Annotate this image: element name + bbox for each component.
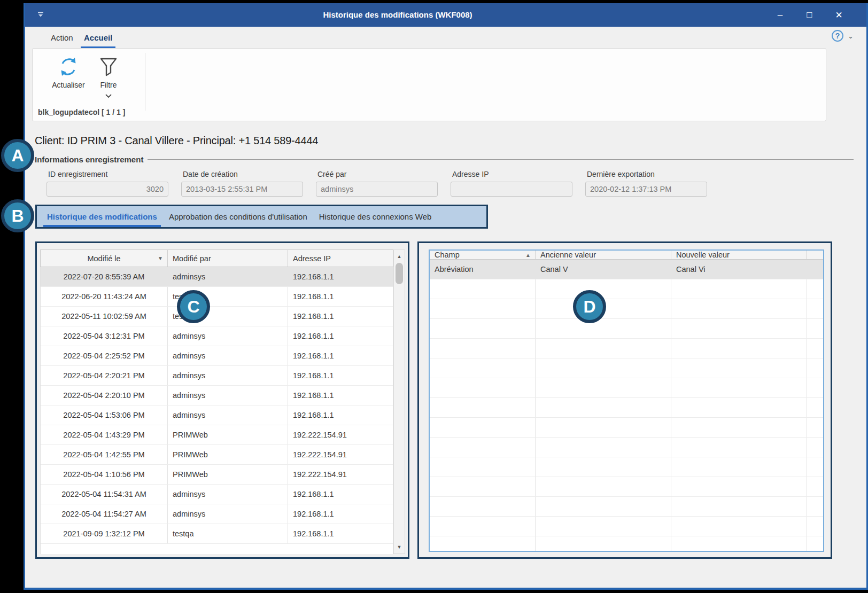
table-row[interactable]: 2022-05-04 1:43:29 PMPRIMWeb192.222.154.… [41,425,393,445]
filter-button-label: Filtre [100,81,117,89]
table-row[interactable]: 2022-05-04 2:20:10 PMadminsys192.168.1.1 [41,386,393,405]
history-table-body: 2022-07-20 8:55:39 AMadminsys192.168.1.1… [40,267,393,554]
table-row[interactable] [430,497,823,517]
table-cell [671,517,807,536]
table-row[interactable]: 2022-05-04 1:53:06 PMadminsys192.168.1.1 [41,405,393,425]
scrollbar-thumb[interactable] [396,263,403,284]
tab-accueil[interactable]: Accueil [84,27,112,48]
table-row[interactable] [430,457,823,477]
table-cell: Canal Vi [671,260,807,279]
table-row[interactable]: 2022-05-04 11:54:31 AMadminsys192.168.1.… [41,485,393,504]
minimize-button[interactable]: – [765,3,795,27]
table-cell [671,378,807,397]
refresh-button[interactable]: Actualiser [48,53,89,89]
table-cell [430,536,536,552]
annotation-badge-a: A [1,139,34,172]
vertical-scrollbar[interactable]: ▲ ▼ [393,249,405,554]
table-row[interactable] [430,279,823,299]
change-detail-table: Champ ▲ Ancienne valeur Nouvelle valeur … [429,249,824,552]
table-row[interactable]: 2022-05-04 2:25:52 PMadminsys192.168.1.1 [41,346,393,366]
chevron-down-icon[interactable]: ⌄ [848,32,854,40]
column-header-label: Ancienne valeur [540,251,596,259]
window-title: Historique des modifications (WKF008) [25,3,770,27]
table-row[interactable]: 2022-05-04 3:12:31 PMadminsys192.168.1.1 [41,326,393,346]
table-row[interactable]: 2022-05-11 10:02:59 AMtestqa192.168.1.1 [41,307,393,326]
scroll-down-icon[interactable]: ▼ [394,542,405,552]
table-cell: 192.168.1.1 [288,307,393,326]
id-enregistrement-input[interactable]: 3020 [46,182,168,197]
tab-action[interactable]: Action [51,27,73,48]
history-table-header: Modifié le ▼ Modifié par Adresse IP [40,249,393,267]
tab-historique-modifications[interactable]: Historique des modifications [41,206,163,227]
filter-dropdown-icon[interactable] [105,90,112,100]
table-cell [807,378,823,397]
column-header-nouvelle-valeur[interactable]: Nouvelle valeur [671,251,807,259]
table-row[interactable] [430,319,823,339]
table-row[interactable] [430,358,823,378]
modification-history-panel: Modifié le ▼ Modifié par Adresse IP 2022… [35,241,409,559]
table-row[interactable] [430,517,823,536]
filter-button[interactable]: Filtre [92,53,125,100]
help-zone: ? ⌄ [832,30,854,42]
table-cell: testqa [168,524,288,543]
cree-par-input[interactable]: adminsys [316,182,438,197]
table-row[interactable]: 2021-09-09 1:32:12 PMtestqa192.168.1.1 [41,524,393,544]
help-icon[interactable]: ? [832,30,843,42]
table-row[interactable] [430,477,823,497]
adresse-ip-input[interactable] [451,182,572,197]
table-row[interactable] [430,398,823,418]
table-row[interactable]: 2022-05-04 1:10:56 PMPRIMWeb192.222.154.… [41,465,393,485]
table-row[interactable] [430,418,823,438]
table-row[interactable]: AbréviationCanal VCanal Vi [430,260,823,279]
table-row[interactable]: 2022-05-04 2:20:21 PMadminsys192.168.1.1 [41,366,393,386]
column-header-modifie-le[interactable]: Modifié le ▼ [41,250,168,267]
table-cell [807,398,823,417]
history-table-columns: Modifié le ▼ Modifié par Adresse IP 2022… [40,249,393,554]
table-cell [807,536,823,552]
column-header-champ[interactable]: Champ ▲ [430,251,536,259]
record-info-title: Informations enregistrement [35,155,143,164]
table-cell: 192.168.1.1 [288,287,393,306]
table-cell [671,319,807,338]
table-cell [807,477,823,496]
column-header-label: Champ [435,251,460,259]
table-cell: 192.168.1.1 [288,524,393,543]
column-header-ancienne-valeur[interactable]: Ancienne valeur [536,251,671,259]
change-detail-table-body: AbréviationCanal VCanal Vi [430,260,823,552]
annotation-badge-b: B [1,199,34,232]
table-cell [430,339,536,358]
maximize-button[interactable]: □ [795,3,824,27]
close-button[interactable]: ✕ [824,3,854,27]
table-row[interactable] [430,339,823,358]
field-label: ID enregistrement [46,170,168,178]
column-header-adresse-ip[interactable]: Adresse IP [288,250,393,267]
table-row[interactable]: 2022-06-20 11:43:24 AMtestqa192.168.1.1 [41,287,393,307]
table-cell [671,418,807,437]
table-cell: 192.168.1.1 [288,386,393,405]
table-cell [807,438,823,457]
table-row[interactable]: 2022-05-04 11:54:27 AMadminsys192.168.1.… [41,504,393,524]
table-cell [536,497,671,516]
app-window: Historique des modifications (WKF008) – … [24,3,868,590]
table-cell: adminsys [168,326,288,346]
table-row[interactable] [430,299,823,319]
date-creation-input[interactable]: 2013-03-15 2:55:31 PM [181,182,303,197]
ribbon-group-separator [145,53,145,111]
table-cell [671,299,807,318]
tab-historique-connexions-web[interactable]: Historique des connexions Web [313,206,438,227]
table-row[interactable] [430,536,823,552]
derniere-exportation-input[interactable]: 2020-02-12 1:37:13 PM [585,182,707,197]
tab-approbation-conditions[interactable]: Approbation des conditions d'utilisation [163,206,313,227]
table-row[interactable]: 2022-05-04 1:42:55 PMPRIMWeb192.222.154.… [41,445,393,465]
table-row[interactable] [430,438,823,457]
table-row[interactable] [430,378,823,398]
ribbon-group-label: blk_logupdatecol [ 1 / 1 ] [38,108,125,116]
table-cell: 2022-05-04 2:20:21 PM [41,366,168,385]
field-label: Date de création [181,170,303,178]
table-row[interactable]: 2022-07-20 8:55:39 AMadminsys192.168.1.1 [41,267,393,287]
table-cell [430,299,536,318]
column-header-label: Modifié le [87,254,120,263]
column-header-modifie-par[interactable]: Modifié par [168,250,288,267]
scroll-up-icon[interactable]: ▲ [394,251,405,262]
table-cell: adminsys [168,405,288,425]
